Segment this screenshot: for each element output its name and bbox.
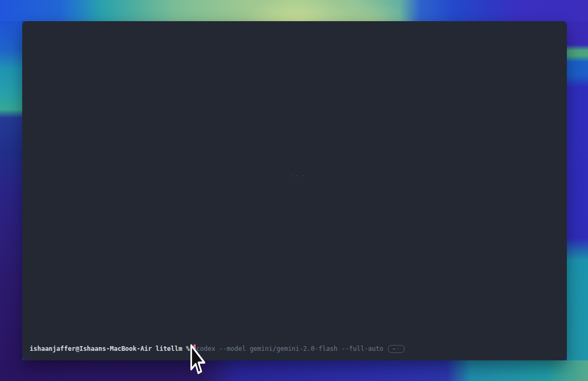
wallpaper-band-top: [0, 0, 588, 21]
terminal-output-area[interactable]: ... ishaanjaffer@Ishaans-MacBook-Airlite…: [22, 21, 567, 360]
prompt-directory: litellm: [155, 345, 182, 352]
terminal-prompt-line[interactable]: ishaanjaffer@Ishaans-MacBook-Airlitellm%…: [30, 344, 562, 353]
prompt-symbol: %: [186, 345, 190, 352]
wallpaper-band-left: [0, 21, 22, 360]
tab-hint-badge: →·: [388, 345, 405, 353]
wallpaper-band-bottom: [0, 360, 588, 381]
loading-ellipsis: ...: [289, 171, 308, 178]
terminal-window[interactable]: ... ishaanjaffer@Ishaans-MacBook-Airlite…: [22, 21, 567, 360]
autosuggestion-text: codex --model gemini/gemini-2.0-flash --…: [196, 345, 383, 352]
wallpaper-band-right: [567, 21, 588, 360]
mouse-cursor-arrow: [190, 344, 208, 378]
prompt-user-host: ishaanjaffer@Ishaans-MacBook-Air: [30, 345, 152, 352]
